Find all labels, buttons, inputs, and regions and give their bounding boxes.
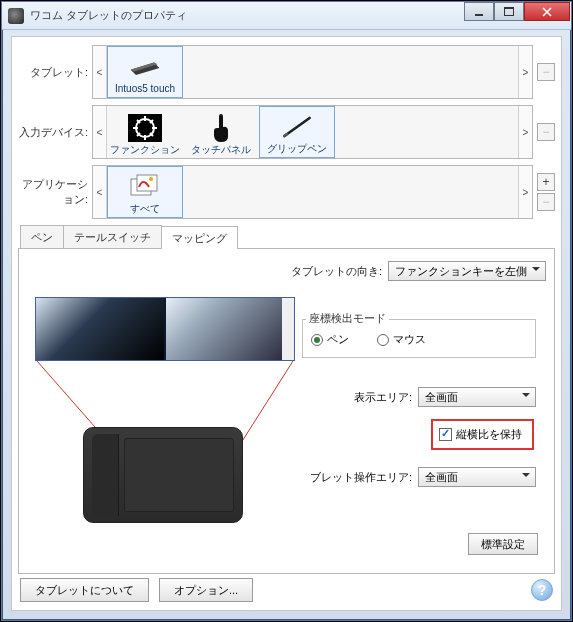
input-row-label: 入力デバイス: bbox=[18, 125, 92, 140]
touch-icon bbox=[203, 113, 239, 143]
display-area-value: 全画面 bbox=[425, 390, 458, 405]
app-add-button[interactable]: + bbox=[537, 173, 555, 191]
orientation-value: ファンクションキーを左側 bbox=[395, 264, 527, 279]
tablet-tile-label: Intuos5 touch bbox=[115, 83, 175, 94]
mode-mouse-label: マウス bbox=[393, 332, 426, 347]
tablet-strip: < Intuos5 touch > bbox=[92, 45, 533, 99]
app-remove-button[interactable]: − bbox=[537, 193, 555, 211]
orientation-label: タブレットの向き: bbox=[291, 264, 382, 279]
input-tile-grippen[interactable]: グリップペン bbox=[259, 106, 335, 158]
help-button[interactable]: ? bbox=[531, 579, 553, 601]
input-tile-touch[interactable]: タッチパネル bbox=[183, 106, 259, 158]
tab-pen[interactable]: ペン bbox=[20, 225, 64, 248]
tabs: ペン テールスイッチ マッピング タブレットの向き: ファンクションキーを左側 bbox=[18, 225, 555, 574]
function-icon bbox=[127, 113, 163, 143]
display-area-select[interactable]: 全画面 bbox=[418, 387, 536, 407]
mode-pen-radio[interactable]: ペン bbox=[311, 332, 349, 347]
tablet-area-select[interactable]: 全画面 bbox=[418, 467, 536, 487]
options-button[interactable]: オプション... bbox=[159, 578, 253, 602]
svg-line-12 bbox=[284, 118, 309, 136]
input-remove-button[interactable]: − bbox=[537, 123, 555, 141]
svg-line-13 bbox=[284, 134, 287, 136]
monitor-preview bbox=[35, 297, 295, 523]
monitor-1[interactable] bbox=[36, 298, 164, 360]
close-button[interactable] bbox=[524, 2, 570, 21]
pen-icon bbox=[279, 112, 315, 142]
tab-mapping[interactable]: マッピング bbox=[161, 226, 238, 249]
all-apps-icon bbox=[127, 172, 163, 202]
tablet-preview[interactable] bbox=[83, 427, 243, 523]
window-title: ワコム タブレットのプロパティ bbox=[30, 8, 187, 23]
tab-panel-mapping: タブレットの向き: ファンクションキーを左側 bbox=[18, 248, 555, 574]
default-settings-button[interactable]: 標準設定 bbox=[468, 533, 538, 555]
radio-icon bbox=[311, 334, 323, 346]
tablet-tile-intuos5[interactable]: Intuos5 touch bbox=[107, 46, 183, 98]
orientation-select[interactable]: ファンクションキーを左側 bbox=[388, 261, 546, 281]
app-icon bbox=[8, 8, 24, 24]
keep-ratio-highlight: 縦横比を保持 bbox=[431, 419, 534, 450]
radio-icon bbox=[377, 334, 389, 346]
tablet-next-button[interactable]: > bbox=[518, 46, 532, 98]
tab-tail-switch[interactable]: テールスイッチ bbox=[63, 225, 162, 248]
app-prev-button[interactable]: < bbox=[93, 166, 107, 218]
input-prev-button[interactable]: < bbox=[93, 106, 107, 158]
input-next-button[interactable]: > bbox=[518, 106, 532, 158]
about-tablet-button[interactable]: タブレットについて bbox=[20, 578, 149, 602]
svg-line-18 bbox=[241, 361, 293, 443]
minimize-button[interactable] bbox=[464, 2, 494, 21]
input-tile-label: タッチパネル bbox=[191, 144, 251, 155]
mode-fieldset: 座標検出モード ペン マウス bbox=[302, 319, 536, 358]
display-area-label: 表示エリア: bbox=[354, 390, 412, 405]
app-row-label: アプリケーション: bbox=[18, 177, 92, 207]
tablet-icon bbox=[127, 52, 163, 82]
input-tile-label: グリップペン bbox=[267, 143, 327, 154]
maximize-button[interactable] bbox=[494, 2, 524, 21]
keep-ratio-checkbox[interactable] bbox=[439, 428, 452, 441]
app-next-button[interactable]: > bbox=[518, 166, 532, 218]
client-area: タブレット: < Intuos5 touch > − 入力デバイス bbox=[11, 36, 562, 611]
tablet-area-value: 全画面 bbox=[425, 470, 458, 485]
input-tile-function[interactable]: ファンクション bbox=[107, 106, 183, 158]
mode-title: 座標検出モード bbox=[306, 311, 389, 326]
input-tile-label: ファンクション bbox=[110, 144, 180, 155]
titlebar[interactable]: ワコム タブレットのプロパティ bbox=[2, 2, 571, 30]
app-tile-all[interactable]: すべて bbox=[107, 166, 183, 218]
tablet-row-label: タブレット: bbox=[18, 65, 92, 80]
tablet-remove-button[interactable]: − bbox=[537, 63, 555, 81]
app-tile-label: すべて bbox=[130, 203, 160, 214]
window: ワコム タブレットのプロパティ タブレット: < Intuos5 touch bbox=[1, 1, 572, 621]
mode-mouse-radio[interactable]: マウス bbox=[377, 332, 426, 347]
monitor-2[interactable] bbox=[166, 298, 294, 360]
keep-ratio-label: 縦横比を保持 bbox=[456, 427, 522, 442]
svg-point-16 bbox=[149, 177, 153, 181]
input-strip: < ファンクション タッチパネル bbox=[92, 105, 533, 159]
tablet-area-label: ブレット操作エリア: bbox=[310, 470, 412, 485]
mode-pen-label: ペン bbox=[327, 332, 349, 347]
app-strip: < すべて > bbox=[92, 165, 533, 219]
tablet-prev-button[interactable]: < bbox=[93, 46, 107, 98]
